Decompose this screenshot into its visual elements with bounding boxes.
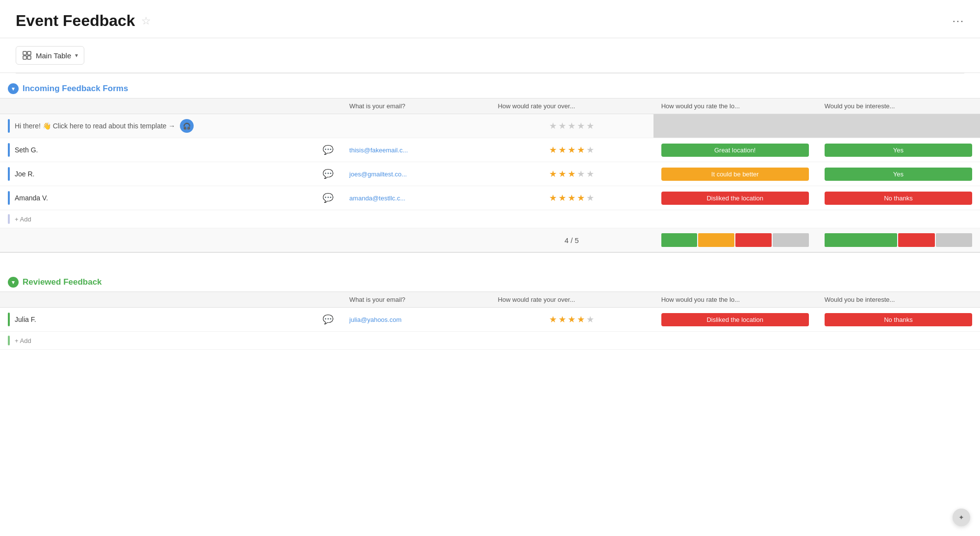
spacer-cell bbox=[0, 252, 980, 267]
star-3: ★ bbox=[568, 193, 576, 203]
comment-icon[interactable]: 💬 bbox=[322, 144, 334, 156]
star-5: ★ bbox=[586, 193, 594, 203]
star-3: ★ bbox=[568, 121, 576, 131]
table-icon bbox=[22, 50, 32, 60]
row-name: Julia F. bbox=[15, 316, 317, 323]
add-row-reviewed[interactable]: + Add bbox=[0, 332, 980, 350]
email-link[interactable]: thisis@fakeemail.c... bbox=[350, 146, 408, 154]
table-row: Seth G. 💬 thisis@fakeemail.c... ★ ★ ★ ★ … bbox=[0, 138, 980, 162]
group-header-cell-incoming: ▾ Incoming Feedback Forms bbox=[0, 73, 980, 98]
star-1: ★ bbox=[549, 121, 557, 131]
comment-icon[interactable]: 💬 bbox=[322, 314, 334, 325]
group-title-reviewed[interactable]: Reviewed Feedback bbox=[23, 277, 102, 287]
row-location-cell: Disliked the location bbox=[653, 308, 817, 332]
add-row-area: + Add bbox=[8, 214, 972, 224]
row-name-area: Julia F. 💬 bbox=[8, 313, 334, 326]
row-name-cell: Julia F. 💬 bbox=[0, 308, 342, 332]
row-email-cell: thisis@fakeemail.c... bbox=[342, 138, 490, 162]
column-headers-incoming: What is your email? How would rate your … bbox=[0, 98, 980, 114]
column-headers-reviewed: What is your email? How would rate your … bbox=[0, 292, 980, 308]
row-name-area: Joe R. 💬 bbox=[8, 167, 334, 181]
content-area: ▾ Incoming Feedback Forms What is your e… bbox=[0, 73, 980, 350]
row-email-cell: amanda@testllc.c... bbox=[342, 186, 490, 210]
summary-seg-red bbox=[898, 233, 934, 247]
svg-rect-1 bbox=[27, 51, 31, 55]
row-name: Seth G. bbox=[15, 146, 317, 154]
star-5: ★ bbox=[586, 314, 594, 325]
summary-row-incoming: 4 / 5 bbox=[0, 228, 980, 253]
title-area: Event Feedback ☆ bbox=[16, 12, 151, 30]
template-help-icon[interactable]: 🎧 bbox=[180, 119, 194, 133]
location-badge: Disliked the location bbox=[661, 313, 809, 326]
favorite-icon[interactable]: ☆ bbox=[141, 15, 151, 27]
row-color-bar bbox=[8, 313, 10, 326]
col-header-email: What is your email? bbox=[342, 98, 490, 114]
template-row-name-cell: Hi there! 👋 Click here to read about thi… bbox=[0, 114, 342, 138]
group-collapse-icon-reviewed[interactable]: ▾ bbox=[8, 277, 19, 288]
star-1: ★ bbox=[549, 145, 557, 155]
row-name: Amanda V. bbox=[15, 194, 317, 202]
chevron-down-icon[interactable]: ▾ bbox=[75, 52, 78, 59]
group-title-incoming[interactable]: Incoming Feedback Forms bbox=[23, 84, 128, 94]
more-options-icon[interactable]: ··· bbox=[953, 15, 964, 27]
interested-badge: Yes bbox=[825, 144, 972, 157]
row-name-area: Seth G. 💬 bbox=[8, 143, 334, 157]
email-link[interactable]: joes@gmailtest.co... bbox=[350, 171, 407, 178]
add-row-incoming[interactable]: + Add bbox=[0, 210, 980, 228]
row-interested-cell: Yes bbox=[817, 138, 980, 162]
add-row-label[interactable]: + Add bbox=[15, 216, 31, 223]
row-email-cell: julia@yahoos.com bbox=[342, 308, 490, 332]
email-link[interactable]: amanda@testllc.c... bbox=[350, 195, 405, 202]
svg-rect-0 bbox=[23, 51, 26, 55]
star-2: ★ bbox=[558, 169, 566, 179]
star-5: ★ bbox=[586, 169, 594, 179]
main-table-button[interactable]: Main Table ▾ bbox=[16, 46, 84, 65]
summary-location-bar bbox=[661, 233, 809, 247]
summary-overall-cell: 4 / 5 bbox=[490, 228, 653, 253]
row-interested-cell: Yes bbox=[817, 162, 980, 186]
row-name-cell: Amanda V. 💬 bbox=[0, 186, 342, 210]
summary-location-cell bbox=[653, 228, 817, 253]
star-2: ★ bbox=[558, 314, 566, 325]
row-location-cell: Disliked the location bbox=[653, 186, 817, 210]
row-color-bar bbox=[8, 191, 10, 205]
template-interested-cell bbox=[817, 114, 980, 138]
add-row-cell[interactable]: + Add bbox=[0, 332, 980, 350]
comment-icon[interactable]: 💬 bbox=[322, 192, 334, 204]
row-overall-cell: ★ ★ ★ ★ ★ bbox=[490, 186, 653, 210]
row-name-cell: Joe R. 💬 bbox=[0, 162, 342, 186]
col-header-overall: How would rate your over... bbox=[490, 98, 653, 114]
summary-seg-orange bbox=[698, 233, 734, 247]
main-table: ▾ Incoming Feedback Forms What is your e… bbox=[0, 73, 980, 350]
star-2: ★ bbox=[558, 145, 566, 155]
group-collapse-icon-incoming[interactable]: ▾ bbox=[8, 83, 19, 94]
star-4: ★ bbox=[577, 193, 585, 203]
row-color-bar bbox=[8, 167, 10, 181]
add-row-cell[interactable]: + Add bbox=[0, 210, 980, 228]
toolbar: Main Table ▾ bbox=[0, 38, 980, 73]
summary-score: 4 / 5 bbox=[498, 236, 645, 244]
table-row: Joe R. 💬 joes@gmailtest.co... ★ ★ ★ ★ ★ bbox=[0, 162, 980, 186]
star-5: ★ bbox=[586, 121, 594, 131]
spacer-row bbox=[0, 252, 980, 267]
add-row-label[interactable]: + Add bbox=[15, 337, 31, 344]
row-overall-cell: ★ ★ ★ ★ ★ bbox=[490, 138, 653, 162]
group-reviewed: ▾ Reviewed Feedback What is your email? … bbox=[0, 267, 980, 350]
location-badge: It could be better bbox=[661, 168, 809, 181]
template-row-color-bar bbox=[8, 119, 10, 133]
summary-seg-red bbox=[735, 233, 772, 247]
col-header-location: How would you rate the lo... bbox=[653, 292, 817, 308]
star-4: ★ bbox=[577, 314, 585, 325]
comment-icon[interactable]: 💬 bbox=[322, 168, 334, 180]
summary-interested-bar bbox=[825, 233, 972, 247]
location-badge: Great location! bbox=[661, 144, 809, 157]
summary-seg-gray bbox=[936, 233, 972, 247]
star-3: ★ bbox=[568, 314, 576, 325]
template-row-name-area: Hi there! 👋 Click here to read about thi… bbox=[8, 119, 334, 133]
col-header-interested: Would you be intereste... bbox=[817, 98, 980, 114]
row-name-area: Amanda V. 💬 bbox=[8, 191, 334, 205]
email-link[interactable]: julia@yahoos.com bbox=[350, 316, 402, 323]
template-row: Hi there! 👋 Click here to read about thi… bbox=[0, 114, 980, 138]
row-name: Joe R. bbox=[15, 170, 317, 178]
table-row: Amanda V. 💬 amanda@testllc.c... ★ ★ ★ ★ … bbox=[0, 186, 980, 210]
